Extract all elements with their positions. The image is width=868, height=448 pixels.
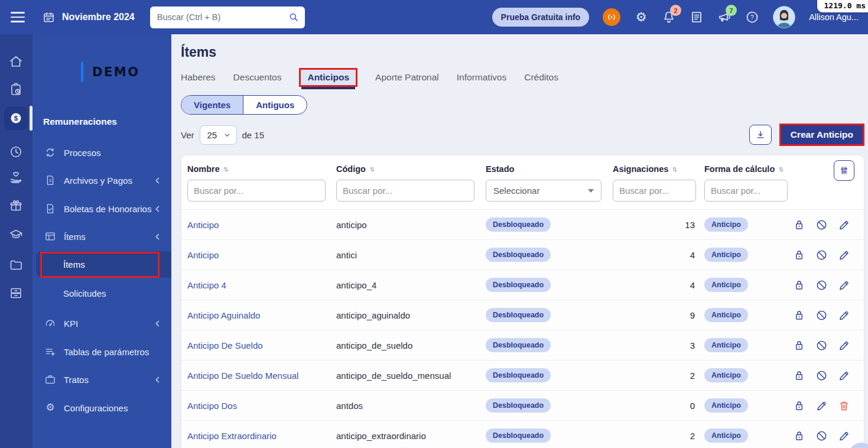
global-search[interactable] — [150, 7, 305, 28]
search-icon[interactable] — [288, 12, 299, 22]
edit-action-button[interactable] — [838, 309, 851, 322]
tab-aporte-patronal[interactable]: Aporte Patronal — [375, 70, 439, 85]
edit-action-button[interactable] — [838, 278, 851, 291]
column-header-codigo[interactable]: Código↑↓ — [336, 164, 486, 174]
edit-action-button[interactable] — [838, 248, 851, 261]
assignments-count: 13 — [613, 220, 704, 230]
user-name[interactable]: Allison Agu... — [809, 12, 859, 22]
filter-asignaciones-input[interactable] — [613, 180, 696, 202]
sidebar-subitem-items[interactable]: Ítems — [36, 251, 171, 278]
sidebar-item-tablas-de-parametros[interactable]: Tablas de parámetros — [32, 342, 171, 362]
items-table: Nombre↑↓ Código↑↓ Estado Asignaciones↑↓ … — [181, 155, 864, 448]
sidebar-item-procesos[interactable]: Procesos — [32, 142, 171, 163]
user-avatar[interactable] — [773, 6, 795, 28]
sidebar-item-boletas-de-honorarios[interactable]: Boletas de Honorarios — [32, 199, 171, 219]
item-name-link[interactable]: Anticipo Extraordinario — [187, 431, 277, 441]
period-selector[interactable]: Noviembre 2024 — [43, 11, 135, 24]
sliders-icon — [838, 165, 850, 176]
tab-anticipos[interactable]: Anticipos — [307, 72, 349, 82]
notifications-bell-icon[interactable]: 2 — [662, 10, 676, 24]
status-badge: Desbloqueado — [486, 368, 551, 382]
sidebar-item-configuraciones[interactable]: ⚙ Configuraciones — [32, 398, 171, 418]
lock-action-button[interactable] — [793, 248, 806, 261]
sort-icon[interactable]: ↑↓ — [672, 165, 675, 173]
lock-action-button[interactable] — [793, 369, 806, 382]
sort-icon[interactable]: ↑↓ — [369, 165, 373, 173]
training-graduation-icon[interactable] — [9, 228, 23, 242]
column-header-forma-de-calculo[interactable]: Forma de cálculo↑↓ — [704, 164, 793, 174]
download-icon — [755, 129, 766, 140]
item-name-link[interactable]: Anticipo — [187, 250, 219, 260]
disable-action-button[interactable] — [815, 218, 828, 231]
edit-action-button[interactable] — [838, 369, 851, 382]
column-settings-button[interactable] — [834, 160, 854, 181]
chevron-down-icon — [223, 131, 231, 139]
tab-descuentos[interactable]: Descuentos — [233, 70, 282, 85]
sidebar-item-archivos-y-pagos[interactable]: Archivos y Pagos — [32, 170, 171, 190]
page-size-select[interactable]: 25 — [200, 125, 237, 145]
delete-action-button[interactable] — [838, 399, 851, 412]
sidebar-subitem-solicitudes[interactable]: Solicitudes — [32, 283, 171, 303]
toggle-antiguos[interactable]: Antiguos — [243, 96, 307, 114]
tab-informativos[interactable]: Informativos — [457, 70, 506, 85]
disable-action-button[interactable] — [815, 369, 828, 382]
tab-haberes[interactable]: Haberes — [181, 70, 216, 85]
documents-folder-icon[interactable] — [9, 258, 23, 272]
sort-icon[interactable]: ↑↓ — [223, 165, 227, 173]
item-name-link[interactable]: Anticipo De Sueldo Mensual — [187, 371, 298, 381]
disable-action-button[interactable] — [815, 339, 828, 352]
filter-codigo-input[interactable] — [336, 180, 474, 202]
benefits-hand-heart-icon[interactable] — [9, 170, 23, 184]
menu-toggle-button[interactable] — [11, 12, 25, 22]
announcements-megaphone-icon[interactable]: 7 — [717, 10, 732, 24]
lock-action-button[interactable] — [793, 399, 806, 412]
column-header-asignaciones[interactable]: Asignaciones↑↓ — [613, 164, 704, 174]
organization-cabinet-icon[interactable] — [9, 286, 23, 300]
settings-gear-icon[interactable]: ⚙ — [634, 10, 648, 24]
documents-icon[interactable] — [690, 10, 704, 24]
toggle-vigentes[interactable]: Vigentes — [181, 96, 243, 114]
sort-icon[interactable]: ↑↓ — [778, 165, 782, 173]
item-name-link[interactable]: Anticipo Aguinaldo — [187, 310, 260, 320]
payroll-module-icon[interactable] — [4, 106, 28, 130]
assignments-count: 2 — [613, 371, 704, 381]
filter-forma-input[interactable] — [704, 180, 788, 202]
sidebar-item-items[interactable]: Ítems — [32, 226, 171, 246]
filter-estado-select[interactable]: Seleccionar — [486, 180, 602, 202]
trial-info-button[interactable]: Prueba Gratuita info — [492, 8, 590, 27]
filter-nombre-input[interactable] — [187, 180, 326, 202]
time-clock-icon[interactable] — [9, 145, 23, 159]
column-header-estado[interactable]: Estado — [486, 164, 613, 174]
disable-action-button[interactable] — [815, 248, 828, 261]
search-input[interactable] — [157, 12, 288, 22]
lock-action-button[interactable] — [793, 218, 806, 231]
download-button[interactable] — [749, 125, 772, 145]
edit-action-button[interactable] — [815, 399, 828, 412]
edit-action-button[interactable] — [838, 429, 851, 442]
lock-action-button[interactable] — [793, 278, 806, 291]
gifts-icon[interactable] — [9, 199, 23, 213]
tasks-clipboard-icon[interactable] — [9, 83, 23, 97]
lock-action-button[interactable] — [793, 339, 806, 352]
support-chat-icon[interactable] — [603, 8, 620, 26]
lock-action-button[interactable] — [793, 429, 806, 442]
edit-action-button[interactable] — [838, 218, 851, 231]
home-icon[interactable] — [9, 54, 23, 69]
sidebar-item-tratos[interactable]: Tratos — [32, 369, 171, 389]
sidebar-item-kpi[interactable]: KPI — [32, 313, 171, 333]
disable-action-button[interactable] — [815, 429, 828, 442]
create-anticipo-button[interactable]: Crear Anticipo — [781, 125, 863, 144]
item-name-link[interactable]: Anticipo De Sueldo — [187, 340, 263, 350]
item-name-link[interactable]: Anticipo Dos — [187, 401, 237, 411]
item-name-link[interactable]: Anticipo — [187, 220, 219, 230]
edit-action-button[interactable] — [838, 339, 851, 352]
calc-type-badge: Anticipo — [704, 248, 748, 262]
column-header-nombre[interactable]: Nombre↑↓ — [187, 164, 336, 174]
disable-action-button[interactable] — [815, 309, 828, 322]
calc-type-badge: Anticipo — [704, 338, 748, 352]
tab-creditos[interactable]: Créditos — [524, 70, 558, 85]
disable-action-button[interactable] — [815, 278, 828, 291]
help-icon[interactable] — [745, 10, 759, 24]
lock-action-button[interactable] — [793, 309, 806, 322]
item-name-link[interactable]: Anticipo 4 — [187, 280, 226, 290]
